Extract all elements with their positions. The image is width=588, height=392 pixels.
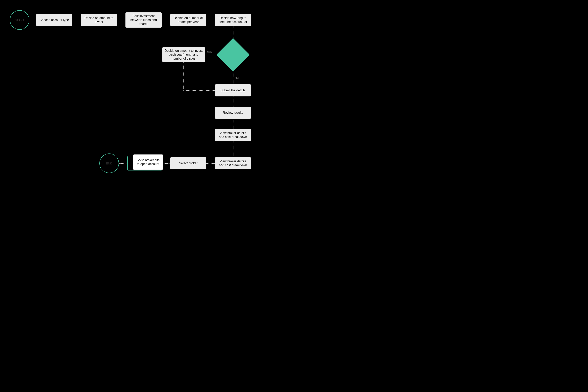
node-choose-account-type: Choose account type (36, 14, 72, 26)
connector (233, 141, 234, 157)
connector (206, 20, 215, 20)
edge-label-yes: YES (206, 50, 212, 53)
node-label: Split investment between funds and share… (128, 14, 160, 26)
node-decide-amount-each-period: Decide on amount to invest each year/mon… (162, 47, 205, 62)
node-label: Decide how long to keep the account for (217, 16, 249, 24)
node-view-broker-details-2: View broker details and cost breakdown (215, 157, 251, 169)
node-label: Go to broker site to open account (135, 158, 161, 166)
edge-label-no: NO (235, 76, 239, 79)
node-label: Review results (223, 111, 243, 115)
node-keep-account-duration: Decide how long to keep the account for (215, 14, 251, 26)
node-label: Decide on amount to invest (83, 16, 115, 24)
node-label: Submit the details (220, 88, 246, 92)
node-view-broker-details-1: View broker details and cost breakdown (215, 129, 251, 141)
node-label: View broker details and cost breakdown (217, 131, 249, 139)
connector (233, 72, 234, 84)
node-label: Select broker (179, 161, 197, 165)
start-label: START (15, 18, 24, 22)
node-label: Decide on number of trades per year (172, 16, 204, 24)
decision-invest-over-time (216, 38, 250, 72)
connector (30, 20, 36, 20)
flowchart-canvas: START Choose account type Decide on amou… (0, 0, 286, 191)
connector (117, 20, 126, 20)
diamond-shape (216, 38, 250, 71)
connector (233, 96, 234, 106)
connector (233, 26, 234, 38)
end-label: END (106, 162, 112, 165)
node-review-results: Review results (215, 106, 251, 119)
node-open-account: Go to broker site to open account (133, 154, 163, 170)
node-label: View broker details and cost breakdown (217, 159, 249, 167)
node-label: Choose account type (40, 18, 69, 22)
connector (233, 119, 234, 129)
connector (72, 20, 81, 20)
start-node: START (10, 10, 30, 30)
node-split-investment: Split investment between funds and share… (126, 12, 162, 28)
end-node: END (99, 154, 119, 173)
node-decide-amount: Decide on amount to invest (81, 14, 117, 26)
connector (162, 20, 170, 20)
node-label: Decide on amount to invest each year/mon… (164, 49, 203, 60)
node-trades-per-year: Decide on number of trades per year (170, 14, 206, 26)
connector (184, 90, 215, 91)
connector (205, 55, 216, 55)
connector (206, 163, 215, 164)
connector (119, 163, 128, 164)
node-select-broker: Select broker (170, 157, 206, 169)
node-submit-details: Submit the details (215, 84, 251, 96)
connector (184, 62, 184, 90)
